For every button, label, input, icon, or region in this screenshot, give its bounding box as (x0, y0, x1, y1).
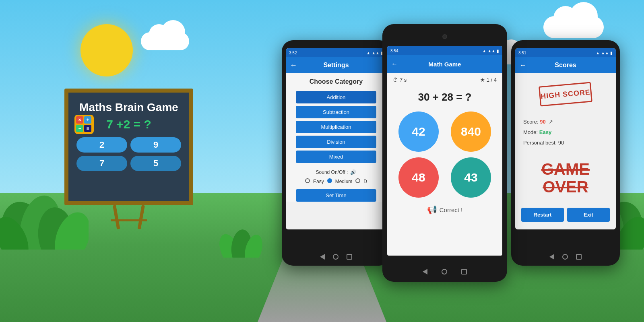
category-multiplication[interactable]: Multiplication (296, 121, 376, 133)
correct-text: Correct ! (440, 206, 463, 213)
category-subtraction[interactable]: Subtraction (296, 106, 376, 118)
scores-nav-recent[interactable] (576, 254, 582, 260)
radio-dot-medium[interactable] (327, 178, 332, 183)
battery-icon-scores: ▮ (610, 51, 613, 55)
settings-back-arrow[interactable]: ← (290, 61, 297, 70)
radio-dot-hard[interactable] (355, 178, 360, 183)
signal-icon-scores: ▲▲ (601, 51, 609, 55)
nav-home-btn[interactable] (333, 254, 339, 260)
settings-header: ← Settings (286, 57, 386, 73)
board-answer-9[interactable]: 9 (130, 137, 181, 153)
game-status-bar: 3:54 ▲ ▲▲ ▮ (387, 46, 502, 55)
signal-icon: ▲▲ (372, 51, 380, 55)
leg-cross (111, 219, 147, 221)
timer-icon: ⏱ (393, 77, 398, 83)
wifi-icon-scores: ▲ (596, 51, 600, 55)
board-answer-7[interactable]: 7 (76, 156, 127, 171)
settings-content: Choose Category Addition Subtraction Mul… (286, 73, 386, 202)
phone-camera (442, 34, 447, 39)
answer-48[interactable]: 48 (398, 157, 439, 198)
radio-medium (327, 178, 332, 184)
set-time-button[interactable]: Set Time (296, 189, 376, 202)
personal-best-label: Personal best: (523, 140, 557, 146)
share-icon[interactable]: ↗ (549, 119, 553, 125)
settings-title: Settings (323, 62, 349, 69)
radio-hard (355, 178, 360, 184)
score-row: Score: 90 ↗ (523, 117, 608, 127)
cloud-decoration-1 (141, 32, 189, 50)
answer-42[interactable]: 42 (398, 111, 439, 152)
nav-recent-btn[interactable] (347, 254, 352, 260)
nav-back-btn[interactable] (320, 254, 325, 260)
sound-label: Sound On/Off : (316, 169, 348, 175)
restart-button[interactable]: Restart (521, 208, 564, 222)
score-info: Score: 90 ↗ Mode: Easy Personal best: 90 (515, 113, 616, 152)
medium-label: Medium (335, 179, 353, 184)
game-time: 3:54 (390, 49, 398, 53)
game-nav-bar (423, 269, 467, 275)
phone-scores: 3:51 ▲ ▲▲ ▮ ← Scores HiGH SCORE (511, 40, 620, 266)
mode-value: Easy (539, 129, 551, 135)
game-nav-back[interactable] (423, 269, 427, 275)
game-header: ← Math Game (387, 55, 502, 73)
scores-nav-back[interactable] (549, 254, 554, 260)
scores-title: Scores (555, 62, 576, 69)
wifi-icon-game: ▲ (482, 49, 486, 53)
phone-settings-screen: 3:52 ▲ ▲▲ ▮ ← Settings Choose Category A… (286, 48, 386, 229)
radio-dot-easy[interactable] (305, 178, 310, 183)
game-equation: 30 + 28 = ? (387, 87, 502, 111)
game-title: Math Game (429, 61, 461, 68)
settings-time: 3:52 (289, 51, 297, 55)
answer-840[interactable]: 840 (451, 111, 491, 152)
blackboard-frame: × + − ≡ Maths Brain Game 7 +2 = ? 2 9 7 … (64, 89, 193, 205)
game-nav-recent[interactable] (461, 269, 467, 275)
scores-status-icons: ▲ ▲▲ ▮ (596, 51, 613, 55)
high-score-stamp: HiGH SCORE (539, 82, 592, 106)
game-over-line2: OVER (543, 178, 588, 196)
signal-icon-game: ▲▲ (487, 49, 495, 53)
phone-scores-screen: 3:51 ▲ ▲▲ ▮ ← Scores HiGH SCORE (515, 48, 616, 229)
high-score-text: HiGH SCORE (540, 88, 590, 101)
board-answers: 2 9 7 5 (76, 137, 181, 171)
game-status-icons: ▲ ▲▲ ▮ (482, 49, 499, 53)
timer-display: ⏱ 7 s (393, 77, 407, 83)
sun-decoration (80, 24, 133, 76)
scores-status-bar: 3:51 ▲ ▲▲ ▮ (515, 48, 616, 57)
board-answer-5[interactable]: 5 (130, 156, 181, 171)
settings-status-bar: 3:52 ▲ ▲▲ ▮ (286, 48, 386, 57)
mode-label: Mode: (523, 129, 538, 135)
phone-settings: 3:52 ▲ ▲▲ ▮ ← Settings Choose Category A… (282, 40, 390, 266)
choose-category-label: Choose Category (286, 73, 386, 89)
math-icon: × + − ≡ (74, 115, 94, 134)
correct-banner: 📢 Correct ! (387, 198, 502, 218)
game-nav-home[interactable] (442, 269, 447, 275)
game-top-bar: ⏱ 7 s ★ 1 / 4 (387, 73, 502, 87)
scores-nav-home[interactable] (562, 254, 568, 260)
blackboard-legs (105, 205, 153, 229)
game-back-arrow[interactable]: ← (391, 60, 398, 68)
blackboard: × + − ≡ Maths Brain Game 7 +2 = ? 2 9 7 … (64, 89, 193, 205)
settings-status-icons: ▲ ▲▲ ▮ (366, 51, 383, 55)
easy-label: Easy (313, 179, 324, 184)
wifi-icon: ▲ (366, 51, 370, 55)
score-value: 90 (540, 119, 545, 125)
game-over-buttons: Restart Exit (515, 204, 616, 222)
answer-43[interactable]: 43 (451, 157, 491, 198)
settings-nav-bar (320, 254, 352, 260)
category-division[interactable]: Division (296, 136, 376, 148)
difficulty-row: Easy Medium D (286, 177, 386, 186)
sound-icon[interactable]: 🔊 (350, 169, 356, 175)
board-answer-2[interactable]: 2 (76, 137, 127, 153)
stars-display: ★ 1 / 4 (480, 77, 497, 83)
scores-header: ← Scores (515, 57, 616, 73)
personal-best-value: 90 (558, 140, 564, 146)
scores-nav-bar (549, 254, 582, 260)
exit-button[interactable]: Exit (567, 208, 610, 222)
phone-game-screen: 3:54 ▲ ▲▲ ▮ ← Math Game ⏱ 7 s ★ (387, 46, 502, 256)
scores-back-arrow[interactable]: ← (519, 61, 526, 70)
category-addition[interactable]: Addition (296, 91, 376, 103)
game-over-line1: GAME (541, 160, 590, 178)
hard-label: D (363, 179, 367, 184)
battery-icon-game: ▮ (497, 49, 499, 53)
category-mixed[interactable]: Mixed (296, 151, 376, 163)
